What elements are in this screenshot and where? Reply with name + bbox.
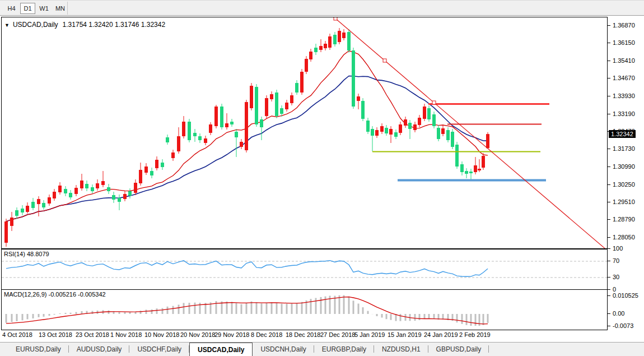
symbol-tab-eurusd[interactable]: EURUSD,Daily xyxy=(8,343,69,356)
symbol-tab-nzdusd[interactable]: NZDUSD,H1 xyxy=(374,343,428,356)
candle-body xyxy=(375,130,379,136)
date-label: 5 Jan 2019 xyxy=(354,331,385,338)
symbol-tab-eurgbp[interactable]: EURGBP,Daily xyxy=(314,343,374,356)
symbol-tab-audusd[interactable]: AUDUSD,Daily xyxy=(69,343,130,356)
candle-body xyxy=(123,194,127,199)
macd-axis-label: 0.00 xyxy=(613,310,624,317)
candle-body xyxy=(166,137,169,142)
candle-body xyxy=(31,202,35,208)
candle-body xyxy=(338,31,341,42)
period-button-d1[interactable]: D1 xyxy=(20,3,35,14)
candle-body xyxy=(280,108,283,114)
candle-body xyxy=(118,198,121,202)
candle-body xyxy=(198,136,202,140)
symbol-tab-gbpusd[interactable]: GBPUSD,Daily xyxy=(428,343,489,356)
price-tick xyxy=(608,96,610,96)
candle-body xyxy=(324,44,327,48)
candle-body xyxy=(80,181,83,188)
chart-ohlc-values: 1.31754 1.32420 1.31746 1.32342 xyxy=(63,21,166,29)
candle-body xyxy=(134,183,137,193)
candle-body xyxy=(366,121,370,132)
candle-body xyxy=(91,187,94,191)
candle-body xyxy=(250,86,253,108)
period-button-w1[interactable]: W1 xyxy=(36,3,52,14)
chart-title: ▼USDCAD,Daily1.31754 1.32420 1.31746 1.3… xyxy=(4,21,165,29)
price-label: 1.34670 xyxy=(613,75,635,81)
candle-body xyxy=(275,93,278,116)
candle-body xyxy=(328,36,332,48)
price-label: 1.36150 xyxy=(613,39,635,46)
rsi-axis-label: 100 xyxy=(613,245,623,252)
price-label: 1.30250 xyxy=(613,181,635,188)
candle-body xyxy=(300,72,304,93)
candle-body xyxy=(10,218,13,226)
candle-body xyxy=(413,124,417,130)
macd-axis-label: -0.0073 xyxy=(613,322,633,329)
macd-axis-tick xyxy=(608,313,610,314)
price-tick xyxy=(608,219,610,220)
date-label: 10 Nov 2018 xyxy=(144,331,179,338)
price-label: 1.28790 xyxy=(613,216,635,223)
candle-body xyxy=(295,83,298,93)
candle-body xyxy=(361,101,365,119)
candle-body xyxy=(451,132,454,147)
candle-body xyxy=(399,124,402,133)
candle-body xyxy=(352,50,355,107)
rsi-plot[interactable] xyxy=(2,249,607,289)
candle-body xyxy=(460,164,464,172)
candle-body xyxy=(107,187,110,191)
candle-body xyxy=(455,145,459,167)
candle-body xyxy=(290,95,293,103)
candle-body xyxy=(380,126,384,132)
candle-body xyxy=(74,188,78,194)
candle-body xyxy=(42,203,45,207)
trendline-handle[interactable] xyxy=(432,101,436,104)
trendline-handle[interactable] xyxy=(383,59,386,62)
price-chart-panel[interactable] xyxy=(1,17,608,249)
trendline-handle[interactable] xyxy=(334,17,337,20)
price-tick xyxy=(608,25,610,26)
price-tick xyxy=(608,43,610,43)
candle-body xyxy=(85,184,88,188)
candlestick-chart[interactable] xyxy=(2,17,607,248)
candle-body xyxy=(465,171,468,174)
candle-body xyxy=(235,132,238,137)
candle-body xyxy=(112,195,115,200)
candle-body xyxy=(225,123,228,127)
date-label: 15 Jan 2019 xyxy=(388,331,422,338)
date-label: 1 Nov 2018 xyxy=(110,331,142,338)
symbol-tab-usdchf[interactable]: USDCHF,Daily xyxy=(129,343,189,356)
symbol-tab-usdcnh[interactable]: USDCNH,Daily xyxy=(253,343,314,356)
date-label: 4 Oct 2018 xyxy=(2,331,32,338)
candle-body xyxy=(385,128,388,133)
candle-body xyxy=(96,183,99,188)
period-button-mn[interactable]: MN xyxy=(53,3,68,14)
price-tick xyxy=(608,114,610,114)
symbol-dropdown-icon[interactable]: ▼ xyxy=(4,22,10,28)
candle-body xyxy=(64,189,67,193)
candle-body xyxy=(319,46,323,50)
candle-body xyxy=(333,35,337,44)
symbol-tab-usdcad[interactable]: USDCAD,Daily xyxy=(189,343,253,356)
candle-body xyxy=(446,130,450,140)
time-axis[interactable]: 4 Oct 201813 Oct 201823 Oct 20181 Nov 20… xyxy=(0,330,644,341)
date-label: 20 Nov 2018 xyxy=(180,331,215,338)
candle-body xyxy=(139,170,142,183)
candle-body xyxy=(245,102,248,150)
rsi-axis-label: 30 xyxy=(613,274,619,280)
candle-body xyxy=(265,98,268,116)
candle-body xyxy=(37,199,40,204)
chart-tabbar: EURUSD,DailyAUDUSD,DailyUSDCHF,DailyUSDC… xyxy=(0,342,644,356)
candle-body xyxy=(486,134,489,148)
candle-body xyxy=(21,209,24,212)
rsi-panel[interactable] xyxy=(1,249,608,290)
candle-body xyxy=(418,118,421,125)
price-tick xyxy=(608,61,610,61)
rsi-axis-label: 0 xyxy=(613,286,616,293)
candle-body xyxy=(144,167,148,173)
candle-body xyxy=(230,122,234,124)
price-axis[interactable]: 1.368701.361501.354101.346701.339301.331… xyxy=(608,16,644,251)
price-tick xyxy=(608,167,610,167)
period-button-h4[interactable]: H4 xyxy=(4,3,19,14)
candle-body xyxy=(58,186,62,192)
